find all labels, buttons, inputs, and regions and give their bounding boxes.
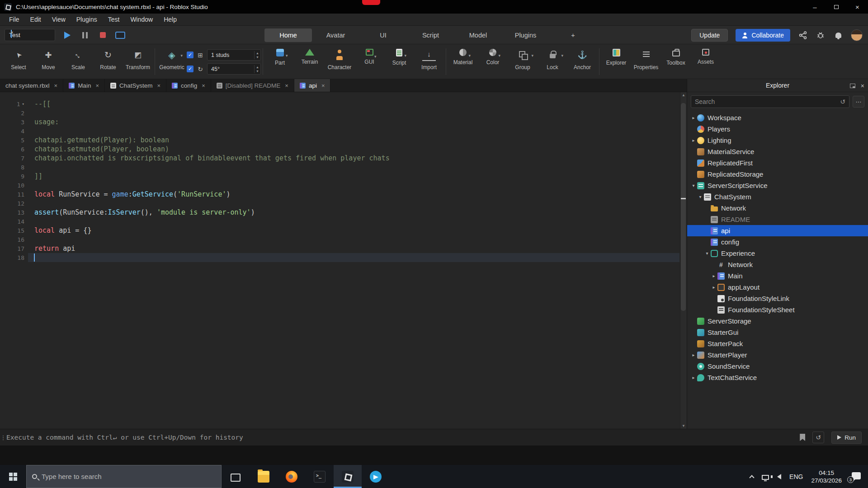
close-tab-icon[interactable]: ×: [202, 82, 205, 89]
explorer-item-experience[interactable]: ▾Experience: [687, 248, 868, 259]
explorer-item-materialservice[interactable]: MaterialService: [687, 146, 868, 157]
ribbon-assets-button[interactable]: Assets: [691, 47, 721, 79]
play-button[interactable]: [62, 30, 72, 40]
explorer-item-textchatservice[interactable]: ▸TextChatService: [687, 372, 868, 383]
rotate-snap-value-box[interactable]: 45° ▲ ▼: [207, 63, 261, 75]
document-tab-chat-system-rbxl[interactable]: chat system.rbxl×: [0, 79, 63, 92]
stop-button[interactable]: [98, 30, 108, 40]
pause-button[interactable]: [80, 30, 90, 40]
command-history-button[interactable]: ↺: [812, 432, 824, 443]
ribbon-lock-button[interactable]: ▾Lock: [538, 47, 567, 79]
taskbar-roblox-studio[interactable]: [334, 465, 362, 488]
expand-arrow-icon[interactable]: ▸: [710, 285, 717, 290]
ribbon-properties-button[interactable]: Properties: [631, 47, 661, 79]
code-editor[interactable]: 1▾23456789101112131415161718 --[[usage:c…: [0, 92, 687, 429]
ribbon-transform-button[interactable]: Transform: [123, 47, 153, 79]
collapse-arrow-icon[interactable]: ▾: [690, 183, 697, 188]
collapse-arrow-icon[interactable]: ▾: [697, 194, 704, 199]
taskbar-terminal[interactable]: [306, 465, 334, 488]
ribbon-rotate-button[interactable]: Rotate: [93, 47, 123, 79]
explorer-item-api[interactable]: api: [687, 225, 868, 236]
move-snap-stepper[interactable]: ▲ ▼: [254, 51, 260, 59]
ribbon-scale-button[interactable]: Scale: [63, 47, 93, 79]
taskbar-file-explorer[interactable]: [250, 465, 278, 488]
notifications-button[interactable]: [833, 30, 843, 40]
explorer-item-starterplayer[interactable]: ▸StarterPlayer: [687, 349, 868, 361]
menu-view[interactable]: View: [47, 14, 71, 24]
ribbon-character-button[interactable]: Character: [325, 47, 354, 79]
stepper-up-icon[interactable]: ▲: [256, 51, 259, 55]
expand-arrow-icon[interactable]: ▸: [690, 138, 697, 143]
menu-test[interactable]: Test: [103, 14, 125, 24]
language-indicator[interactable]: ENG: [789, 473, 803, 480]
close-tab-icon[interactable]: ×: [54, 82, 58, 89]
command-input[interactable]: [6, 429, 793, 446]
tab-avatar[interactable]: Avatar: [312, 28, 359, 42]
start-button[interactable]: [0, 465, 26, 488]
menu-plugins[interactable]: Plugins: [71, 14, 103, 24]
explorer-item-foundationstylelink[interactable]: FoundationStyleLink: [687, 293, 868, 304]
explorer-item-network[interactable]: Network: [687, 202, 868, 214]
ribbon-explorer-button[interactable]: Explorer: [601, 47, 631, 79]
explorer-search-box[interactable]: ↺: [691, 95, 849, 108]
task-view-button[interactable]: [222, 465, 250, 488]
stepper-up-icon[interactable]: ▲: [256, 65, 259, 69]
collaborate-button[interactable]: Collaborate: [736, 29, 790, 42]
editor-vertical-scrollbar[interactable]: ▲ ▼: [680, 92, 687, 429]
explorer-item-starterpack[interactable]: StarterPack: [687, 338, 868, 349]
explorer-item-lighting[interactable]: ▸Lighting: [687, 135, 868, 146]
close-tab-icon[interactable]: ×: [321, 82, 325, 89]
document-tab-main[interactable]: Main×: [63, 79, 105, 92]
search-history-icon[interactable]: ↺: [840, 98, 845, 105]
taskbar-search-box[interactable]: [26, 465, 222, 488]
move-snap-checkbox[interactable]: ✓: [187, 52, 193, 58]
explorer-item-readme[interactable]: README: [687, 214, 868, 225]
ribbon-gui-button[interactable]: ▾GUI: [354, 47, 384, 79]
ribbon-move-button[interactable]: Move: [33, 47, 63, 79]
volume-icon[interactable]: [777, 474, 781, 479]
tab-model[interactable]: Model: [454, 28, 502, 42]
tab-plugins[interactable]: Plugins: [502, 28, 549, 42]
share-button[interactable]: [798, 30, 808, 40]
user-avatar[interactable]: [851, 29, 863, 41]
network-icon[interactable]: [762, 475, 769, 480]
ribbon-import-button[interactable]: Import: [414, 47, 444, 79]
tray-chevron-up-icon[interactable]: [749, 475, 754, 480]
restore-button[interactable]: [826, 0, 847, 14]
ribbon-toolbox-button[interactable]: Toolbox: [661, 47, 691, 79]
scrollbar-thumb[interactable]: [681, 103, 686, 311]
rotate-snap-stepper[interactable]: ▲ ▼: [254, 65, 260, 73]
close-tab-icon[interactable]: ×: [95, 82, 99, 89]
document-tab-api[interactable]: api×: [294, 79, 331, 92]
float-panel-icon[interactable]: [850, 84, 855, 88]
explorer-item-replicatedfirst[interactable]: ReplicatedFirst: [687, 157, 868, 169]
explorer-more-button[interactable]: ⋯: [853, 96, 864, 108]
ribbon-group-button[interactable]: ▾Group: [508, 47, 538, 79]
ribbon-select-button[interactable]: Select: [4, 47, 33, 79]
ribbon-terrain-button[interactable]: Terrain: [295, 47, 325, 79]
menu-edit[interactable]: Edit: [25, 14, 47, 24]
close-tab-icon[interactable]: ×: [157, 82, 161, 89]
taskbar-telegram[interactable]: [362, 465, 390, 488]
run-button[interactable]: Run: [831, 432, 862, 444]
code-area[interactable]: --[[usage:chatapi.getmuted(Player): bool…: [28, 99, 679, 262]
taskbar-search-input[interactable]: [42, 473, 216, 480]
ribbon-material-button[interactable]: ▾Material: [448, 47, 478, 79]
explorer-item-players[interactable]: Players: [687, 123, 868, 135]
explorer-item-config[interactable]: config: [687, 236, 868, 248]
menu-help[interactable]: Help: [158, 14, 182, 24]
action-center-button[interactable]: 3: [850, 472, 861, 481]
menu-window[interactable]: Window: [125, 14, 158, 24]
bug-report-button[interactable]: [816, 30, 826, 40]
document-tab-chatsystem[interactable]: ChatSystem×: [105, 79, 166, 92]
ribbon-part-button[interactable]: ▾Part: [265, 47, 295, 79]
explorer-item-replicatedstorage[interactable]: ReplicatedStorage: [687, 169, 868, 180]
fold-arrow-icon[interactable]: ▾: [22, 102, 24, 106]
rotate-snap-checkbox[interactable]: ✓: [187, 66, 193, 72]
move-snap-value-box[interactable]: 1 studs ▲ ▼: [207, 49, 261, 61]
collapse-arrow-icon[interactable]: ▾: [703, 251, 711, 256]
tab-item[interactable]: +: [549, 28, 597, 42]
explorer-item-network[interactable]: Network: [687, 259, 868, 270]
taskbar-firefox[interactable]: [278, 465, 306, 488]
tab-home[interactable]: Home: [264, 28, 312, 42]
